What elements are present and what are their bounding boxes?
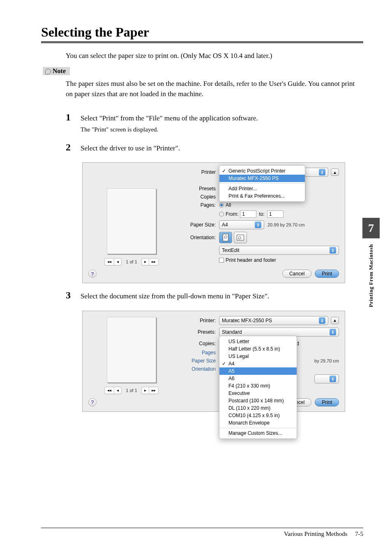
dropdown-item[interactable]: DL (110 x 220 mm) bbox=[219, 404, 297, 412]
dropdown-item[interactable]: Generic PostScript Printer bbox=[219, 167, 305, 175]
papersize-select[interactable]: A4▲▼ bbox=[219, 220, 264, 229]
printer-dropdown: Generic PostScript Printer Muratec MFX-2… bbox=[219, 165, 305, 202]
step-number: 3 bbox=[66, 290, 75, 303]
dropdown-item[interactable]: US Letter bbox=[219, 338, 297, 345]
dropdown-item[interactable]: COM10 (4.125 x 9.5 in) bbox=[219, 412, 297, 419]
pages-all-label: All bbox=[226, 202, 231, 208]
separator bbox=[219, 183, 305, 184]
app-section-select[interactable]: TextEdit▲▼ bbox=[219, 246, 339, 255]
dropdown-item-selected[interactable]: A5 bbox=[219, 367, 297, 375]
page-footer: Various Printing Methods 7-5 bbox=[41, 528, 363, 538]
print-dialog-2: ◂◂ ◂ 1 of 1 ▸ ▸▸ Printer: Muratec MFX-25… bbox=[82, 311, 345, 412]
pager-last-button[interactable]: ▸▸ bbox=[149, 387, 159, 394]
step-number: 2 bbox=[66, 142, 75, 155]
presets-label: Presets bbox=[180, 186, 216, 192]
copies-label: Copies: bbox=[180, 341, 216, 346]
step-text: Select "Print" from the "File" menu of t… bbox=[81, 113, 363, 124]
presets-label: Presets: bbox=[180, 329, 216, 335]
pager-prev-button[interactable]: ◂ bbox=[114, 387, 122, 394]
heading-rule bbox=[41, 42, 363, 43]
papersize-label: Paper Size: bbox=[180, 222, 216, 228]
printer-label: Printer bbox=[180, 169, 216, 175]
pager: ◂◂ ◂ 1 of 1 ▸ ▸▸ bbox=[104, 387, 159, 394]
print-button[interactable]: Print bbox=[315, 398, 339, 406]
orientation-label: Orientation: bbox=[180, 235, 216, 240]
pages-from-label: From: bbox=[226, 211, 238, 217]
presets-value: Standard bbox=[222, 329, 242, 335]
note-text: The paper sizes must also be set on the … bbox=[66, 78, 363, 99]
pager-last-button[interactable]: ▸▸ bbox=[149, 258, 159, 265]
papersize-value: A4 bbox=[222, 222, 228, 228]
orientation-label: Orientation bbox=[180, 366, 216, 372]
print-header-footer-checkbox[interactable] bbox=[219, 258, 224, 263]
app-section-select[interactable]: ▲▼ bbox=[314, 374, 339, 383]
pages-to-label: to: bbox=[259, 211, 264, 217]
dropdown-item[interactable]: Add Printer... bbox=[219, 185, 305, 192]
step-1: 1 Select "Print" from the "File" menu of… bbox=[66, 112, 363, 134]
pager-label: 1 of 1 bbox=[126, 259, 137, 264]
pager-first-button[interactable]: ◂◂ bbox=[104, 258, 114, 265]
intro-text: You can select the paper size to print o… bbox=[66, 51, 363, 61]
dropdown-item[interactable]: Half Letter (5.5 x 8.5 in) bbox=[219, 345, 297, 353]
chapter-tab: 7 Printing From Macintosh bbox=[362, 218, 380, 307]
dropdown-item[interactable]: Executive bbox=[219, 390, 297, 397]
dropdown-item[interactable]: F4 (210 x 330 mm) bbox=[219, 382, 297, 390]
collapse-button[interactable]: ▲ bbox=[331, 317, 339, 324]
separator bbox=[219, 428, 297, 428]
papersize-dim: by 29.70 cm bbox=[314, 358, 339, 363]
step-number: 1 bbox=[66, 112, 75, 134]
step-subtext: The "Print" screen is displayed. bbox=[81, 125, 363, 134]
dropdown-item[interactable]: A6 bbox=[219, 375, 297, 382]
papersize-label: Paper Size bbox=[180, 358, 216, 364]
app-section-value: TextEdit bbox=[222, 247, 240, 253]
orientation-landscape-button[interactable] bbox=[234, 232, 247, 243]
pager-prev-button[interactable]: ◂ bbox=[114, 258, 122, 265]
step-2: 2 Select the driver to use in "Printer". bbox=[66, 142, 363, 155]
chapter-title: Printing From Macintosh bbox=[368, 244, 374, 307]
dropdown-item[interactable]: Postcard (100 x 148 mm) bbox=[219, 397, 297, 404]
papersize-dim: 20.99 by 29.70 cm bbox=[267, 222, 305, 227]
copies-label: Copies bbox=[180, 194, 216, 200]
step-3: 3 Select the document size from the pull… bbox=[66, 290, 363, 303]
step-text: Select the driver to use in "Printer". bbox=[81, 143, 363, 154]
pages-label: Pages: bbox=[180, 202, 216, 208]
page-heading: Selecting the Paper bbox=[41, 25, 363, 40]
help-button[interactable]: ? bbox=[88, 270, 97, 278]
print-dialog-1: ◂◂ ◂ 1 of 1 ▸ ▸▸ Printer ▲▼ ▲ Generic Po… bbox=[82, 162, 345, 283]
pager: ◂◂ ◂ 1 of 1 ▸ ▸▸ bbox=[104, 258, 159, 265]
print-preview bbox=[107, 317, 156, 383]
step-text: Select the document size from the pull-d… bbox=[81, 291, 363, 302]
printer-label: Printer: bbox=[180, 318, 216, 323]
help-button[interactable]: ? bbox=[88, 398, 97, 406]
pager-label: 1 of 1 bbox=[126, 388, 137, 393]
printer-value: Muratec MFX-2550 PS bbox=[222, 318, 272, 323]
pager-next-button[interactable]: ▸ bbox=[141, 387, 149, 394]
cancel-button[interactable]: Cancel bbox=[282, 270, 311, 278]
printer-select[interactable]: Muratec MFX-2550 PS▲▼ bbox=[219, 316, 328, 325]
print-preview bbox=[107, 188, 156, 254]
dropdown-item[interactable]: US Legal bbox=[219, 353, 297, 360]
pages-all-radio[interactable] bbox=[219, 203, 224, 208]
papersize-dropdown: US Letter Half Letter (5.5 x 8.5 in) US … bbox=[219, 336, 297, 439]
footer-section: Various Printing Methods bbox=[284, 531, 347, 537]
print-button[interactable]: Print bbox=[315, 270, 339, 278]
pages-from-input[interactable] bbox=[240, 210, 256, 218]
dropdown-item-checked[interactable]: A4 bbox=[219, 360, 297, 367]
orientation-portrait-button[interactable] bbox=[219, 232, 232, 243]
footer-page: 7-5 bbox=[355, 531, 363, 537]
dropdown-item[interactable]: Monarch Envelope bbox=[219, 419, 297, 427]
pages-from-radio[interactable] bbox=[219, 212, 224, 217]
print-header-footer-label: Print header and footer bbox=[226, 257, 276, 263]
pages-label: Pages bbox=[180, 350, 216, 355]
note-badge: Note bbox=[43, 67, 70, 75]
dropdown-item-selected[interactable]: Muratec MFX-2550 PS bbox=[219, 175, 305, 182]
collapse-button[interactable]: ▲ bbox=[331, 169, 339, 176]
pages-to-input[interactable] bbox=[267, 210, 284, 218]
pager-next-button[interactable]: ▸ bbox=[141, 258, 149, 265]
presets-select[interactable]: Standard▲▼ bbox=[219, 328, 339, 337]
pager-first-button[interactable]: ◂◂ bbox=[104, 387, 114, 394]
dropdown-item[interactable]: Print & Fax Preferences... bbox=[219, 192, 305, 200]
dropdown-item[interactable]: Manage Custom Sizes... bbox=[219, 429, 297, 437]
chapter-number: 7 bbox=[362, 218, 380, 238]
